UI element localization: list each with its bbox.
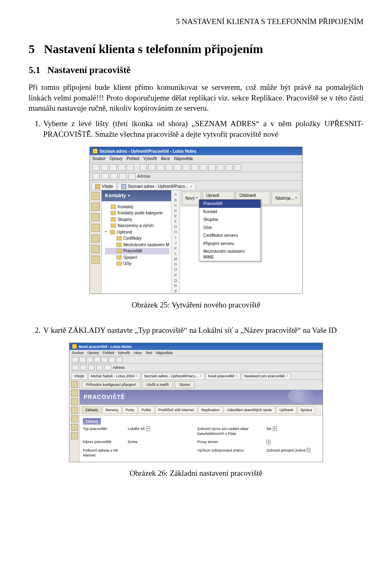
chevron-down-icon[interactable]: ▾	[307, 448, 311, 452]
toolbar-button[interactable]	[87, 357, 93, 363]
close-icon[interactable]: ×	[200, 374, 202, 379]
close-icon[interactable]: ×	[190, 184, 192, 189]
menu-pohled[interactable]: Pohled	[103, 350, 114, 355]
menu-text[interactable]: Text	[145, 350, 152, 355]
tab-odesilani[interactable]: Odesílání okamžitých zpráv	[224, 406, 276, 414]
chevron-down-icon[interactable]: ▾	[273, 426, 277, 431]
value-proxy[interactable]: ▾	[267, 440, 271, 444]
dropdown-certifikator[interactable]: Certifikátor serveru	[199, 232, 261, 240]
menu-vytvorit[interactable]: Vytvořit	[118, 350, 130, 355]
tab-vitejte[interactable]: Vítejte	[91, 183, 117, 190]
menu-pohled[interactable]: Pohled	[127, 156, 139, 162]
tree-kontakty[interactable]: Kontakty	[105, 204, 169, 210]
back-button[interactable]	[72, 365, 78, 370]
tab-nastaveni[interactable]: Nastavení pro pracoviště×	[241, 373, 291, 379]
dropdown-pripojeni[interactable]: Připojení serveru	[199, 240, 261, 248]
iconbar-item[interactable]	[71, 407, 78, 414]
iconbar-item[interactable]	[71, 390, 78, 396]
tree-kontakty-kategorie[interactable]: Kontakty podle kategorie	[105, 210, 169, 216]
toolbar-button[interactable]	[92, 164, 100, 171]
letter[interactable]: P	[174, 273, 177, 278]
letter[interactable]: N	[174, 262, 177, 267]
tree-spojeni[interactable]: Spojení	[105, 254, 169, 261]
tree-certifikaty[interactable]: Certifikáty	[105, 235, 169, 242]
menu-akce[interactable]: Akce	[134, 350, 142, 355]
iconbar-item[interactable]	[71, 381, 78, 388]
letter[interactable]: O	[174, 267, 177, 272]
iconbar-item[interactable]	[91, 213, 100, 221]
toolbar-button[interactable]	[148, 164, 156, 171]
menu-napoveda[interactable]: Nápověda	[174, 156, 193, 162]
dropdown-skupina[interactable]: Skupina	[199, 216, 261, 224]
iconbar-item[interactable]	[71, 432, 78, 439]
tab-porty[interactable]: Porty	[122, 406, 138, 414]
close-icon[interactable]: ×	[286, 374, 288, 379]
toolbar-button[interactable]	[116, 357, 122, 363]
tree-pracoviste[interactable]: Pracoviště	[105, 248, 169, 254]
tools-button[interactable]: Nástroje...	[272, 192, 301, 205]
toolbar-button[interactable]	[79, 357, 86, 363]
menubar[interactable]: Soubor Úpravy Pohled Vytvořit Akce Text …	[69, 350, 323, 356]
toolbar-button[interactable]	[72, 357, 78, 363]
iconbar-item[interactable]	[91, 203, 100, 211]
letter[interactable]: E	[174, 214, 177, 218]
menu-upravy[interactable]: Úpravy	[87, 350, 99, 355]
toolbar-button[interactable]	[165, 164, 173, 171]
fwd-button[interactable]	[80, 365, 87, 370]
toolbar-button[interactable]	[94, 357, 100, 363]
toolbar-button[interactable]	[234, 164, 241, 171]
iconbar-item[interactable]	[91, 256, 100, 264]
letter[interactable]: M	[174, 256, 177, 261]
wizard-button[interactable]: Průvodce konfigurací připojení	[82, 381, 140, 388]
tab-posta[interactable]: Pošta	[138, 406, 154, 414]
value-jmeno[interactable]: Zobrazit primární jména▾	[267, 448, 311, 453]
iconbar-item[interactable]	[71, 415, 78, 422]
dropdown-pracoviste[interactable]: Pracoviště	[199, 200, 261, 208]
dropdown-kontakt[interactable]: Kontakt	[199, 208, 261, 216]
stop-button[interactable]	[88, 365, 95, 370]
letter[interactable]: Q	[174, 278, 177, 283]
menu-napoveda[interactable]: Nápověda	[156, 350, 173, 355]
menu-soubor[interactable]: Soubor	[72, 350, 84, 355]
toolbar-button[interactable]	[174, 164, 181, 171]
letter[interactable]: I	[175, 235, 176, 240]
tab-replication[interactable]: Replication	[198, 406, 223, 414]
iconbar-item[interactable]	[91, 192, 100, 200]
chevron-down-icon[interactable]: ▾	[146, 426, 150, 431]
value-typ[interactable]: Lokální síť▾	[128, 426, 150, 431]
toolbar-button[interactable]	[127, 164, 134, 171]
value-vyzva[interactable]: Ne▾	[267, 426, 277, 431]
tab-zaklady[interactable]: Základy	[82, 406, 102, 414]
close-icon[interactable]: ×	[236, 374, 238, 379]
toolbar-button[interactable]	[208, 164, 216, 171]
tab-prohlizec[interactable]: Prohlížeč sítě Internet	[155, 406, 198, 414]
letter[interactable]: H	[174, 229, 177, 234]
menu-akce[interactable]: Akce	[161, 156, 170, 162]
tab-seznam[interactable]: Seznam adres - Upřesnit\Praco...×	[141, 373, 205, 379]
iconbar-item[interactable]	[91, 224, 100, 232]
toolbar-button[interactable]	[140, 164, 147, 171]
close-icon[interactable]: ×	[136, 374, 138, 379]
tab-seznam-adres[interactable]: Seznam adres - Upřesnit\Praco...×	[118, 183, 196, 190]
letter[interactable]: G	[174, 224, 177, 229]
tree-narozeniny[interactable]: Narozeniny a výročí	[105, 223, 169, 229]
letter[interactable]: L	[174, 251, 176, 256]
tree-skupiny[interactable]: Skupiny	[105, 216, 169, 223]
tree-mezinarodni[interactable]: Mezinárodní nastavení M	[105, 242, 169, 248]
iconbar-item[interactable]	[91, 234, 100, 243]
dropdown-ucet[interactable]: Účet	[199, 224, 261, 232]
save-close-button[interactable]: Uložit a zavřít	[142, 381, 174, 388]
letter[interactable]: J	[175, 241, 177, 245]
tab-servery[interactable]: Servery	[102, 406, 122, 414]
reload-button[interactable]	[119, 173, 127, 180]
toolbar-button[interactable]	[118, 164, 125, 171]
menu-vytvorit[interactable]: Vytvořit	[143, 156, 157, 162]
chevron-down-icon[interactable]: ▾	[267, 440, 271, 444]
letter[interactable]: B	[174, 198, 177, 203]
letter[interactable]: F	[174, 219, 177, 224]
letter[interactable]: A	[174, 192, 177, 197]
back-button[interactable]	[92, 173, 100, 180]
search-button[interactable]	[105, 365, 111, 370]
new-button[interactable]: Nový	[182, 192, 201, 205]
toolbar-button[interactable]	[183, 164, 190, 171]
